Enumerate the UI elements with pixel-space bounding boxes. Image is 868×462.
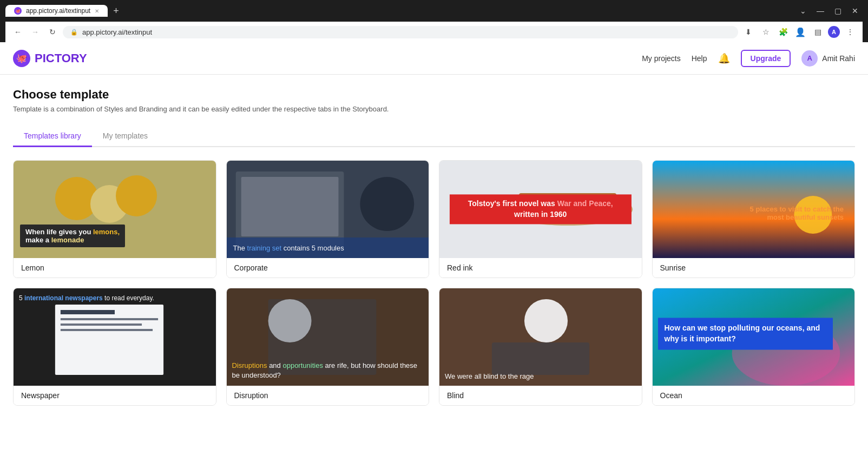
browser-toolbar-icons: ⬇ ☆ 🧩 👤 ▤ A ⋮ [741,25,857,39]
address-bar[interactable]: 🔒 app.pictory.ai/textinput [63,26,738,38]
url-text: app.pictory.ai/textinput [82,28,152,36]
sidebar-icon[interactable]: ▤ [811,25,825,39]
tab-dropdown-button[interactable]: ⌄ [800,6,806,15]
extension-icon[interactable]: 🧩 [776,25,790,39]
menu-icon[interactable]: ⋮ [843,25,857,39]
newspaper-text: 5 international newspapers to read every… [19,294,154,303]
bookmark-icon[interactable]: ☆ [759,25,773,39]
template-card-sunrise[interactable]: 5 places to visit to catch the most beau… [652,160,856,278]
template-card-blind[interactable]: We were all blind to the rage Blind [439,288,642,406]
lemon-overlay: When life gives you lemons, make a lemon… [20,225,125,247]
template-card-lemon[interactable]: When life gives you lemons, make a lemon… [13,160,216,278]
profile-icon[interactable]: 👤 [793,25,807,39]
logo-icon: 🐙 [13,50,30,67]
app-header: 🐙 PICTORY My projects Help 🔔 Upgrade A A… [0,42,868,75]
tabs: Templates library My templates [13,126,855,147]
browser-controls: ← → ↻ 🔒 app.pictory.ai/textinput ⬇ ☆ 🧩 👤… [5,22,863,42]
window-controls: — ▢ ✕ [813,3,863,18]
help-link[interactable]: Help [692,54,707,63]
ocean-text: How can we stop polluting our oceans, an… [658,318,833,349]
template-card-red-ink[interactable]: Tolstoy's first novel was War and Peace,… [439,160,642,278]
tab-my-templates[interactable]: My templates [92,126,159,147]
main-content: Choose template Template is a combinatio… [0,75,868,419]
redink-text: Tolstoy's first novel was War and Peace,… [450,194,632,224]
template-grid: When life gives you lemons, make a lemon… [13,160,855,419]
tab-favicon: 🐙 [14,7,22,15]
template-card-disruption[interactable]: Disruptions and opportunities are rife, … [226,288,430,406]
lemon-text-line1: When life gives you lemons, [25,228,120,236]
redink-overlay: Tolstoy's first novel was War and Peace,… [450,194,632,224]
bell-icon[interactable]: 🔔 [718,52,730,64]
minimize-button[interactable]: — [813,3,828,18]
template-card-ocean[interactable]: How can we stop polluting our oceans, an… [652,288,856,406]
lemon-text-line2: make a lemonade [25,236,120,244]
page-subtitle: Template is a combination of Styles and … [13,105,855,113]
corporate-overlay: The training set contains 5 modules [227,237,429,258]
header-nav: My projects Help 🔔 Upgrade A Amit Rahi [642,50,855,67]
blind-text: We were all blind to the rage [445,372,636,380]
download-icon[interactable]: ⬇ [741,25,755,39]
template-preview-disruption: Disruptions and opportunities are rife, … [227,288,429,386]
browser-tabs: 🐙 app.pictory.ai/textinput ✕ + ⌄ — ▢ ✕ [5,3,863,18]
template-name-redink: Red ink [439,258,642,278]
template-name-newspaper: Newspaper [14,386,216,405]
logo[interactable]: 🐙 PICTORY [13,50,87,67]
sunrise-text: 5 places to visit to catch the most beau… [728,200,849,227]
back-button[interactable]: ← [11,25,25,39]
upgrade-button[interactable]: Upgrade [741,50,791,67]
tab-title: app.pictory.ai/textinput [26,7,90,15]
user-name: Amit Rahi [822,54,855,63]
logo-text: PICTORY [35,51,87,65]
template-name-corporate: Corporate [227,258,429,278]
template-preview-blind: We were all blind to the rage [439,288,642,386]
corporate-text: The training set contains 5 modules [233,244,344,252]
browser-chrome: 🐙 app.pictory.ai/textinput ✕ + ⌄ — ▢ ✕ ←… [0,0,868,42]
ocean-overlay: How can we stop polluting our oceans, an… [658,318,833,349]
lock-icon: 🔒 [70,29,78,36]
template-card-corporate[interactable]: The training set contains 5 modules Corp… [226,160,430,278]
newspaper-overlay: 5 international newspapers to read every… [19,294,154,303]
user-section: A Amit Rahi [801,50,855,67]
tab-templates-library[interactable]: Templates library [13,126,92,147]
template-name-lemon: Lemon [14,258,216,278]
template-preview-newspaper: 5 international newspapers to read every… [14,288,216,386]
template-preview-ocean: How can we stop polluting our oceans, an… [653,288,855,386]
template-preview-corporate: The training set contains 5 modules [227,161,429,258]
maximize-button[interactable]: ▢ [830,3,845,18]
my-projects-link[interactable]: My projects [642,54,681,63]
template-card-newspaper[interactable]: 5 international newspapers to read every… [13,288,216,406]
blind-overlay: We were all blind to the rage [445,372,636,380]
forward-button[interactable]: → [28,25,42,39]
template-name-disruption: Disruption [227,386,429,405]
tab-close-button[interactable]: ✕ [95,8,99,14]
template-preview-redink: Tolstoy's first novel was War and Peace,… [439,161,642,258]
active-tab[interactable]: 🐙 app.pictory.ai/textinput ✕ [5,5,108,17]
template-name-sunrise: Sunrise [653,258,855,278]
disruption-overlay: Disruptions and opportunities are rife, … [232,361,424,380]
template-preview-sunrise: 5 places to visit to catch the most beau… [653,161,855,258]
disruption-text: Disruptions and opportunities are rife, … [232,361,424,380]
new-tab-button[interactable]: + [111,5,121,17]
refresh-button[interactable]: ↻ [45,25,60,39]
user-avatar-icon[interactable]: A [828,26,840,38]
template-name-blind: Blind [439,386,642,405]
template-name-ocean: Ocean [653,386,855,405]
close-button[interactable]: ✕ [847,3,863,18]
template-preview-lemon: When life gives you lemons, make a lemon… [14,161,216,258]
user-avatar: A [801,50,818,67]
page-title: Choose template [13,88,855,102]
